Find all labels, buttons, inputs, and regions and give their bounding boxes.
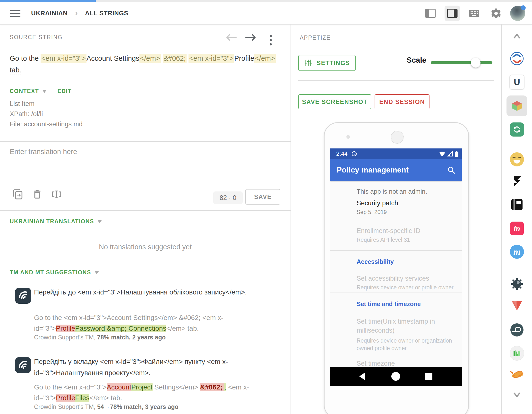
appetize-panel: APPETIZE SETTINGS Scale SAVE SCREENSHOT … — [291, 24, 502, 414]
appetize-cube-icon[interactable] — [506, 96, 527, 116]
policy-list: This app is not an admin. Security patch… — [330, 181, 462, 367]
panel-left-icon[interactable] — [423, 6, 438, 21]
collapse-down-icon[interactable] — [513, 392, 521, 399]
back-button[interactable] — [354, 367, 371, 386]
end-session-button[interactable]: END SESSION — [375, 94, 429, 109]
previous-string-icon[interactable] — [225, 33, 238, 43]
context-file: File: account-settings.md — [10, 119, 83, 129]
panel-right-icon[interactable] — [445, 6, 460, 21]
red-triangle-icon[interactable] — [510, 299, 524, 313]
collapse-up-icon[interactable] — [513, 33, 521, 40]
context-edit-button[interactable]: EDIT — [57, 88, 71, 95]
status-time: 2:44 — [336, 150, 348, 157]
loading-progress-track — [0, 0, 532, 2]
active-tool-highlight — [506, 96, 527, 116]
sync-icon[interactable] — [510, 51, 524, 67]
divider — [0, 210, 291, 211]
translation-panel: SOURCE STRING Go to the <em x-id="3">Acc… — [0, 24, 291, 414]
not-admin-message: This app is not an admin. — [357, 188, 427, 195]
suggestion-meta: Crowdin Support's TM, 78% match, 2 years… — [34, 334, 166, 341]
tm-source-icon — [15, 357, 31, 373]
suggestions-section-toggle[interactable]: TM AND MT SUGGESTIONS — [10, 269, 99, 276]
avatar[interactable] — [510, 6, 525, 21]
list-item-set-timezone[interactable]: Set timezone — [357, 360, 395, 367]
list-item-security-patch[interactable]: Security patch Sep 5, 2019 — [357, 200, 398, 215]
list-item-set-time[interactable]: Set time(Unix timestamp in milliseconds)… — [357, 317, 451, 352]
chevron-right-icon: › — [75, 8, 77, 18]
delete-icon[interactable] — [32, 189, 43, 201]
chevron-down-icon — [42, 90, 47, 93]
book-icon[interactable] — [510, 199, 523, 212]
list-item: This app is not an admin. — [357, 188, 427, 195]
suggestion-source-text: Go to the <em x-id="3">AccountProject Se… — [34, 382, 279, 403]
top-bar: UKRAINIAN › ALL STRINGS — [0, 2, 532, 25]
online-badge — [521, 5, 526, 10]
divider — [330, 292, 462, 293]
list-item-enrollment-id[interactable]: Enrollment-specific ID Requires API leve… — [357, 227, 420, 243]
save-screenshot-button[interactable]: SAVE SCREENSHOT — [298, 94, 371, 109]
breadcrumb-section[interactable]: ALL STRINGS — [85, 10, 128, 17]
invision-icon[interactable]: in — [510, 221, 524, 235]
wifi-icon — [439, 151, 445, 157]
breadcrumb: UKRAINIAN › ALL STRINGS — [31, 9, 128, 18]
home-button[interactable] — [387, 367, 404, 386]
integrations-rail: U in m — [502, 24, 532, 414]
scale-label: Scale — [407, 56, 426, 65]
more-options-icon[interactable] — [269, 34, 273, 46]
mine-icon[interactable] — [510, 277, 524, 292]
suggestion-target-text[interactable]: Перейдіть до <em x-id="3">Налаштування о… — [34, 287, 262, 298]
speaker-grill — [391, 131, 404, 144]
menu-icon[interactable] — [10, 10, 20, 18]
p-circle-icon[interactable] — [510, 323, 524, 338]
zeplin-icon[interactable] — [509, 368, 524, 382]
smiley-icon[interactable] — [510, 152, 524, 166]
marvel-icon[interactable]: m — [510, 245, 524, 259]
recents-button[interactable] — [420, 367, 437, 386]
section-header-accessibility: Accessibility — [357, 258, 394, 265]
signal-icon — [447, 151, 453, 157]
scale-slider-thumb[interactable] — [471, 58, 481, 67]
next-string-icon[interactable] — [244, 33, 257, 43]
search-icon[interactable] — [447, 166, 456, 174]
medium-icon[interactable] — [510, 346, 524, 361]
device-emulator: 2:44 Policy management This app is not a… — [324, 122, 469, 414]
context-type: List Item — [10, 99, 83, 109]
framer-icon[interactable] — [511, 175, 523, 191]
context-info: List Item XPath: /ol/li File: account-se… — [10, 99, 83, 129]
top-toolbar — [423, 2, 525, 24]
save-button[interactable]: SAVE — [245, 189, 280, 205]
source-string-text: Go to the <em x-id="3">Account Settings<… — [10, 52, 281, 76]
context-toggle[interactable]: CONTEXT — [10, 88, 47, 95]
divider — [330, 250, 462, 251]
scale-slider[interactable] — [431, 61, 492, 64]
list-item-accessibility-services[interactable]: Set accessibility services Requires devi… — [357, 275, 454, 291]
crowdin-editor: UKRAINIAN › ALL STRINGS SOURCE STRING — [0, 0, 532, 414]
tm-source-icon — [15, 288, 31, 304]
suggestion-target-text[interactable]: Перейдіть у вкладку <em x-id="3">Файли</… — [34, 356, 262, 378]
refresh-green-icon[interactable] — [510, 123, 524, 136]
appetize-settings-button[interactable]: SETTINGS — [298, 55, 356, 71]
app-bar: Policy management — [330, 159, 462, 181]
camera-dot — [346, 135, 350, 139]
gear-icon[interactable] — [488, 6, 504, 21]
device-screen[interactable]: 2:44 Policy management This app is not a… — [330, 148, 462, 386]
breadcrumb-language[interactable]: UKRAINIAN — [31, 10, 67, 17]
copy-source-icon[interactable] — [12, 189, 24, 201]
source-string-label: SOURCE STRING — [10, 34, 63, 41]
keyboard-icon[interactable] — [466, 6, 482, 21]
suggestion-meta: Crowdin Support's TM, 54→78% match, 3 ye… — [34, 403, 179, 410]
letter-u-icon[interactable]: U — [509, 75, 524, 90]
android-q-icon — [351, 151, 357, 157]
app-title: Policy management — [337, 166, 408, 174]
file-link[interactable]: account-settings.md — [24, 121, 83, 128]
status-bar: 2:44 — [330, 148, 462, 159]
chevron-down-icon — [97, 220, 102, 223]
divider — [0, 141, 291, 142]
section-header-time: Set time and timezone — [357, 300, 421, 308]
divider — [298, 80, 494, 81]
translation-input[interactable] — [7, 145, 285, 187]
tags-icon[interactable] — [50, 189, 63, 201]
context-xpath: XPath: /ol/li — [10, 109, 83, 119]
chevron-down-icon — [95, 271, 99, 274]
translations-section-toggle[interactable]: UKRAINIAN TRANSLATIONS — [10, 218, 102, 225]
